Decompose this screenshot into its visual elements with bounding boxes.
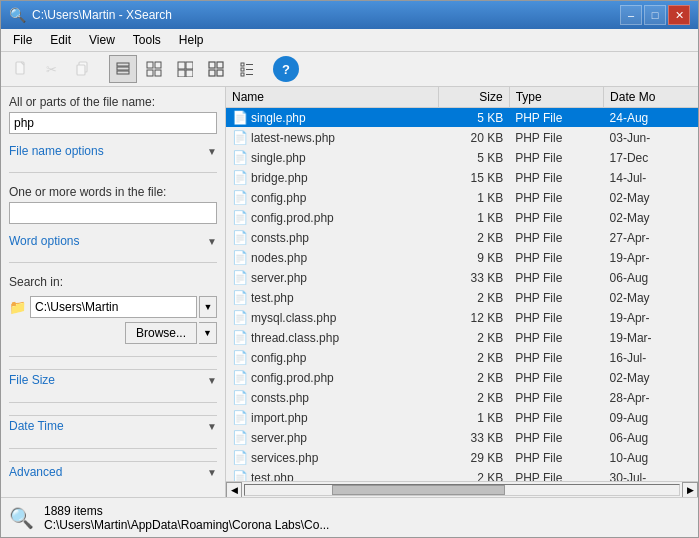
file-date-cell: 24-Aug <box>604 108 698 128</box>
file-name-cell: 📄latest-news.php <box>226 128 438 148</box>
view-small-button[interactable] <box>140 55 168 83</box>
table-row[interactable]: 📄latest-news.php20 KBPHP File03-Jun- <box>226 128 698 148</box>
advanced-label: Advanced <box>9 465 207 479</box>
words-input[interactable] <box>9 202 217 224</box>
words-label: One or more words in the file: <box>9 185 217 199</box>
table-row[interactable]: 📄server.php33 KBPHP File06-Aug <box>226 428 698 448</box>
table-row[interactable]: 📄thread.class.php2 KBPHP File19-Mar- <box>226 328 698 348</box>
svg-rect-23 <box>241 73 244 76</box>
view-large-button[interactable] <box>202 55 230 83</box>
table-row[interactable]: 📄test.php2 KBPHP File02-May <box>226 288 698 308</box>
svg-rect-12 <box>186 62 193 69</box>
menu-file[interactable]: File <box>5 31 40 49</box>
table-row[interactable]: 📄config.prod.php2 KBPHP File02-May <box>226 368 698 388</box>
cut-button[interactable]: ✂ <box>38 55 66 83</box>
file-date-cell: 02-May <box>604 368 698 388</box>
date-time-section[interactable]: Date Time ▼ <box>9 415 217 436</box>
table-row[interactable]: 📄config.php1 KBPHP File02-May <box>226 188 698 208</box>
file-size-section[interactable]: File Size ▼ <box>9 369 217 390</box>
file-date-cell: 02-May <box>604 208 698 228</box>
search-in-input[interactable] <box>30 296 197 318</box>
col-header-date[interactable]: Date Mo <box>604 87 698 108</box>
browse-dropdown-button[interactable]: ▼ <box>199 322 217 344</box>
file-name-cell: 📄single.php <box>226 148 438 168</box>
php-file-icon: 📄 <box>232 170 248 185</box>
divider-2 <box>9 262 217 263</box>
search-in-dropdown-btn[interactable]: ▼ <box>199 296 217 318</box>
table-row[interactable]: 📄nodes.php9 KBPHP File19-Apr- <box>226 248 698 268</box>
maximize-button[interactable]: □ <box>644 5 666 25</box>
status-path: C:\Users\Martin\AppData\Roaming\Corona L… <box>44 518 329 532</box>
filename-input[interactable] <box>9 112 217 134</box>
table-row[interactable]: 📄single.php5 KBPHP File24-Aug <box>226 108 698 128</box>
col-header-size[interactable]: Size <box>438 87 509 108</box>
advanced-section[interactable]: Advanced ▼ <box>9 461 217 482</box>
table-row[interactable]: 📄bridge.php15 KBPHP File14-Jul- <box>226 168 698 188</box>
file-size-cell: 12 KB <box>438 308 509 328</box>
scroll-track[interactable] <box>244 484 680 496</box>
file-type-cell: PHP File <box>509 228 603 248</box>
scroll-left-btn[interactable]: ◀ <box>226 482 242 498</box>
file-name-cell: 📄consts.php <box>226 388 438 408</box>
word-options-row[interactable]: Word options ▼ <box>9 232 217 250</box>
php-file-icon: 📄 <box>232 150 248 165</box>
main-window: 🔍 C:\Users\Martin - XSearch – □ ✕ File E… <box>0 0 699 538</box>
file-name-cell: 📄services.php <box>226 448 438 468</box>
file-type-cell: PHP File <box>509 428 603 448</box>
scroll-right-btn[interactable]: ▶ <box>682 482 698 498</box>
file-size-cell: 2 KB <box>438 388 509 408</box>
view-medium-button[interactable] <box>171 55 199 83</box>
filename-options-label: File name options <box>9 144 203 158</box>
results-table[interactable]: Name Size Type Date Mo 📄single.php5 KBPH… <box>226 87 698 481</box>
file-type-cell: PHP File <box>509 408 603 428</box>
browse-button[interactable]: Browse... <box>125 322 197 344</box>
filename-options-row[interactable]: File name options ▼ <box>9 142 217 160</box>
minimize-button[interactable]: – <box>620 5 642 25</box>
table-row[interactable]: 📄single.php5 KBPHP File17-Dec <box>226 148 698 168</box>
horizontal-scrollbar[interactable]: ◀ ▶ <box>226 481 698 497</box>
divider-5 <box>9 448 217 449</box>
table-row[interactable]: 📄config.php2 KBPHP File16-Jul- <box>226 348 698 368</box>
menu-view[interactable]: View <box>81 31 123 49</box>
table-row[interactable]: 📄import.php1 KBPHP File09-Aug <box>226 408 698 428</box>
new-button[interactable] <box>7 55 35 83</box>
file-date-cell: 14-Jul- <box>604 168 698 188</box>
copy-button[interactable] <box>69 55 97 83</box>
svg-rect-16 <box>217 62 223 68</box>
col-header-name[interactable]: Name <box>226 87 438 108</box>
menu-tools[interactable]: Tools <box>125 31 169 49</box>
svg-rect-4 <box>117 63 129 66</box>
file-name-cell: 📄test.php <box>226 468 438 482</box>
view-details-button[interactable] <box>233 55 261 83</box>
help-button[interactable]: ? <box>273 56 299 82</box>
file-date-cell: 02-May <box>604 288 698 308</box>
file-size-cell: 2 KB <box>438 348 509 368</box>
file-name-cell: 📄server.php <box>226 428 438 448</box>
svg-rect-15 <box>209 62 215 68</box>
col-header-type[interactable]: Type <box>509 87 603 108</box>
file-size-cell: 2 KB <box>438 468 509 482</box>
file-type-cell: PHP File <box>509 188 603 208</box>
table-row[interactable]: 📄test.php2 KBPHP File30-Jul- <box>226 468 698 482</box>
filename-label: All or parts of the file name: <box>9 95 217 109</box>
file-name-cell: 📄bridge.php <box>226 168 438 188</box>
svg-rect-10 <box>155 70 161 76</box>
table-row[interactable]: 📄config.prod.php1 KBPHP File02-May <box>226 208 698 228</box>
file-size-cell: 1 KB <box>438 408 509 428</box>
close-button[interactable]: ✕ <box>668 5 690 25</box>
table-row[interactable]: 📄consts.php2 KBPHP File28-Apr- <box>226 388 698 408</box>
help-icon: ? <box>282 62 290 77</box>
table-row[interactable]: 📄consts.php2 KBPHP File27-Apr- <box>226 228 698 248</box>
file-type-cell: PHP File <box>509 308 603 328</box>
table-row[interactable]: 📄mysql.class.php12 KBPHP File19-Apr- <box>226 308 698 328</box>
menu-edit[interactable]: Edit <box>42 31 79 49</box>
table-row[interactable]: 📄server.php33 KBPHP File06-Aug <box>226 268 698 288</box>
file-date-cell: 03-Jun- <box>604 128 698 148</box>
file-type-cell: PHP File <box>509 368 603 388</box>
scroll-thumb[interactable] <box>332 485 506 495</box>
view-list-button[interactable] <box>109 55 137 83</box>
menu-help[interactable]: Help <box>171 31 212 49</box>
file-date-cell: 28-Apr- <box>604 388 698 408</box>
table-row[interactable]: 📄services.php29 KBPHP File10-Aug <box>226 448 698 468</box>
status-search-icon: 🔍 <box>9 506 34 530</box>
